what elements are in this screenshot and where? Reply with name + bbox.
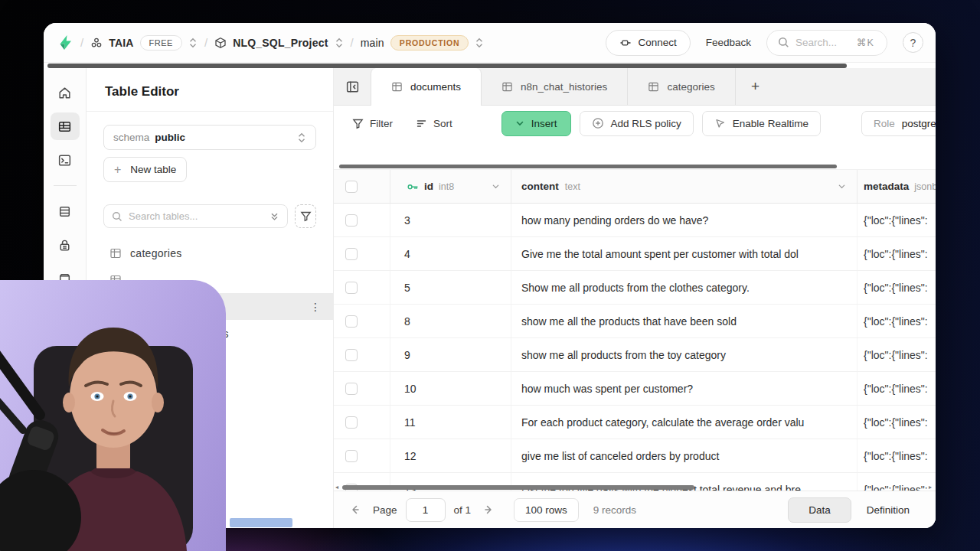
- help-button[interactable]: ?: [903, 32, 923, 53]
- chevron-down-icon[interactable]: [838, 182, 846, 191]
- table-row[interactable]: 8 show me all the products that have bee…: [334, 305, 936, 338]
- role-selector-button[interactable]: Role postgres: [861, 111, 936, 136]
- add-rls-policy-button[interactable]: Add RLS policy: [580, 111, 694, 136]
- rail-divider: [54, 185, 77, 186]
- row-checkbox[interactable]: [345, 214, 358, 227]
- cell-metadata: {"loc":{"lines":: [858, 439, 936, 472]
- auth-lock-icon[interactable]: [51, 231, 80, 259]
- table-row[interactable]: 9 show me all products from the toy cate…: [334, 338, 936, 372]
- table-editor-icon[interactable]: [51, 112, 80, 140]
- tab-documents[interactable]: documents: [371, 68, 482, 106]
- branch-switcher-chevron-icon[interactable]: [475, 37, 484, 49]
- row-checkbox[interactable]: [345, 315, 358, 328]
- cell-content: give me list of canceled orders by produ…: [511, 439, 858, 472]
- new-table-label: New table: [130, 164, 176, 175]
- filter-button[interactable]: Filter: [343, 113, 402, 134]
- database-icon[interactable]: [51, 197, 80, 225]
- chevron-down-icon[interactable]: [492, 182, 500, 191]
- scroll-right-arrow-icon[interactable]: ▸: [929, 484, 934, 491]
- primary-key-icon: [407, 181, 419, 193]
- environment-badge: PRODUCTION: [390, 35, 469, 51]
- cell-metadata: {"loc":{"lines":: [858, 271, 936, 304]
- connect-button[interactable]: Connect: [606, 30, 690, 56]
- collapse-sidebar-icon[interactable]: [334, 68, 371, 105]
- breadcrumb-branch[interactable]: main PRODUCTION: [361, 35, 485, 51]
- tab-label: categories: [667, 81, 714, 93]
- supabase-logo-icon[interactable]: [57, 34, 74, 51]
- project-switcher-chevron-icon[interactable]: [335, 37, 344, 49]
- sql-editor-icon[interactable]: [51, 146, 80, 174]
- column-type: jsonb: [914, 181, 936, 192]
- previous-page-icon[interactable]: [345, 500, 364, 520]
- bottom-scrollbar-track: ◂ ▸: [335, 484, 934, 491]
- connect-label: Connect: [638, 37, 676, 48]
- select-all-checkbox[interactable]: [345, 181, 358, 193]
- home-icon[interactable]: [51, 79, 80, 106]
- global-search-input[interactable]: [795, 37, 851, 48]
- breadcrumb-project[interactable]: NLQ_SQL_Project: [214, 37, 343, 49]
- sort-button[interactable]: Sort: [407, 113, 462, 134]
- page-number-input[interactable]: [406, 498, 446, 522]
- table-icon: [501, 81, 513, 93]
- insert-button[interactable]: Insert: [501, 111, 571, 136]
- column-name: content: [521, 181, 559, 192]
- table-row[interactable]: 12 give me list of canceled orders by pr…: [334, 439, 936, 473]
- bottom-horizontal-scrollbar[interactable]: [342, 485, 694, 490]
- data-view-button[interactable]: Data: [788, 497, 851, 523]
- breadcrumb-org[interactable]: TAIA FREE: [90, 35, 198, 51]
- table-row[interactable]: 4 Give me the total amount spent per cus…: [334, 237, 936, 271]
- caption-chip: [230, 518, 292, 527]
- search-tables-input[interactable]: [129, 210, 263, 222]
- filter-tables-button[interactable]: [295, 204, 316, 228]
- table-icon: [648, 81, 659, 93]
- feedback-button[interactable]: Feedback: [706, 37, 751, 48]
- enable-realtime-button[interactable]: Enable Realtime: [702, 111, 821, 136]
- rows-per-page-button[interactable]: 100 rows: [514, 498, 579, 522]
- cell-metadata: {"loc":{"lines":: [858, 406, 936, 439]
- row-checkbox[interactable]: [345, 349, 358, 361]
- scroll-left-arrow-icon[interactable]: ◂: [335, 484, 341, 491]
- definition-view-button[interactable]: Definition: [851, 504, 925, 516]
- row-checkbox[interactable]: [345, 383, 358, 395]
- sort-label: Sort: [433, 118, 452, 129]
- column-type: text: [565, 181, 580, 192]
- table-row[interactable]: 5 Show me all products from the clothes …: [334, 271, 936, 305]
- cell-content: show me all the products that have been …: [511, 305, 858, 337]
- main-content: documents n8n_chat_histories categories …: [334, 68, 936, 528]
- new-table-button[interactable]: + New table: [103, 157, 187, 182]
- new-tab-button[interactable]: +: [736, 68, 776, 105]
- organization-icon: [90, 37, 103, 49]
- global-search[interactable]: ⌘K: [766, 30, 887, 56]
- grid-toolbar: Filter Sort Insert Add RLS policy Enable…: [334, 106, 936, 141]
- cell-content: how many pending orders do we have?: [511, 204, 858, 236]
- table-row[interactable]: 3 how many pending orders do we have? {"…: [334, 204, 936, 237]
- tab-categories[interactable]: categories: [628, 68, 735, 105]
- table-list-item[interactable]: categories: [87, 240, 333, 266]
- table-row[interactable]: 11 For each product category, calculate …: [334, 406, 936, 439]
- cell-id: 4: [390, 237, 511, 270]
- grid-rows: 3 how many pending orders do we have? {"…: [334, 204, 936, 507]
- page-title: Table Editor: [87, 68, 333, 112]
- cell-content: Show me all products from the clothes ca…: [511, 271, 858, 304]
- records-count: 9 records: [593, 504, 636, 516]
- row-checkbox[interactable]: [345, 450, 358, 462]
- next-page-icon[interactable]: [479, 500, 499, 520]
- insert-label: Insert: [531, 118, 557, 129]
- search-icon: [778, 37, 789, 48]
- row-checkbox[interactable]: [345, 282, 358, 294]
- search-shortcut-hint: ⌘K: [857, 37, 874, 48]
- grid-horizontal-scrollbar[interactable]: [339, 165, 837, 168]
- schema-selector[interactable]: schema public: [103, 125, 316, 150]
- table-icon: [109, 247, 122, 259]
- column-header-content[interactable]: content text: [511, 170, 858, 203]
- filter-label: Filter: [370, 118, 393, 129]
- column-header-id[interactable]: id int8: [390, 170, 511, 203]
- table-options-menu-icon[interactable]: ⋮: [310, 301, 321, 313]
- row-checkbox[interactable]: [345, 416, 358, 429]
- org-switcher-chevron-icon[interactable]: [188, 37, 198, 49]
- row-checkbox[interactable]: [345, 248, 358, 260]
- column-header-metadata[interactable]: metadata jsonb: [858, 170, 936, 203]
- table-row[interactable]: 10 how much was spent per customer? {"lo…: [334, 372, 936, 406]
- search-tables-field[interactable]: [103, 204, 288, 228]
- tab-n8n-chat-histories[interactable]: n8n_chat_histories: [482, 68, 628, 105]
